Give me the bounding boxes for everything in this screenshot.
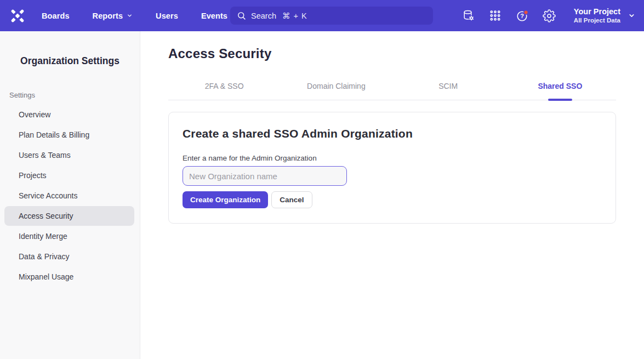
nav-reports[interactable]: Reports <box>93 12 133 20</box>
create-organization-button[interactable]: Create Organization <box>183 191 268 208</box>
search-shortcut-hint: ⌘ + K <box>282 12 307 20</box>
tab-label: 2FA & SSO <box>205 82 244 90</box>
sidebar-item-data-privacy[interactable]: Data & Privacy <box>4 247 134 266</box>
sidebar-item-service-accounts[interactable]: Service Accounts <box>4 186 134 206</box>
project-scope: All Project Data <box>574 16 620 24</box>
sidebar-item-label: Identity Merge <box>19 232 67 241</box>
sidebar-item-label: Overview <box>19 110 50 119</box>
tab-shared-sso[interactable]: Shared SSO <box>504 76 616 100</box>
data-management-icon[interactable] <box>462 9 475 22</box>
project-switcher[interactable]: Your Project All Project Data <box>574 7 635 25</box>
nav-reports-label: Reports <box>93 12 123 20</box>
notification-badge <box>524 10 528 14</box>
sidebar-item-label: Projects <box>19 171 47 180</box>
main-content: Access Security 2FA & SSO Domain Claimin… <box>140 31 644 359</box>
search-icon <box>237 11 246 20</box>
mixpanel-logo[interactable] <box>0 7 35 25</box>
nav-boards-label: Boards <box>42 12 70 20</box>
active-tab-indicator <box>548 99 572 101</box>
nav-boards[interactable]: Boards <box>42 12 70 20</box>
apps-grid-icon[interactable] <box>489 9 502 22</box>
tab-domain-claiming[interactable]: Domain Claiming <box>280 76 392 100</box>
nav-users[interactable]: Users <box>156 12 178 20</box>
nav-events-label: Events <box>201 12 227 20</box>
card-actions: Create Organization Cancel <box>183 191 600 208</box>
tab-label: SCIM <box>438 82 458 90</box>
settings-gear-icon[interactable] <box>543 9 556 22</box>
top-navigation-bar: Boards Reports Users Events Search ⌘ + K <box>0 0 644 31</box>
create-shared-sso-card: Create a shared SSO Admin Organization E… <box>168 112 616 224</box>
page-title: Access Security <box>168 46 616 61</box>
tab-label: Domain Claiming <box>307 82 366 90</box>
primary-nav: Boards Reports Users Events <box>42 12 227 20</box>
project-name: Your Project <box>574 7 620 16</box>
sidebar-item-users-teams[interactable]: Users & Teams <box>4 145 134 165</box>
sidebar-item-label: Data & Privacy <box>19 252 70 261</box>
sidebar-item-plan-details-billing[interactable]: Plan Details & Billing <box>4 125 134 145</box>
sidebar-group-label: Settings <box>9 91 140 99</box>
sidebar-item-projects[interactable]: Projects <box>4 166 134 185</box>
sidebar-title: Organization Settings <box>0 55 140 67</box>
sidebar-item-label: Users & Teams <box>19 151 71 159</box>
sidebar-item-label: Mixpanel Usage <box>19 272 73 281</box>
nav-users-label: Users <box>156 12 178 20</box>
access-security-tabs: 2FA & SSO Domain Claiming SCIM Shared SS… <box>168 76 616 100</box>
card-title: Create a shared SSO Admin Organization <box>183 127 600 140</box>
svg-text:?: ? <box>520 13 524 19</box>
topbar-right-cluster: ? Your Project All Project Data <box>462 0 635 31</box>
cancel-button[interactable]: Cancel <box>271 191 312 208</box>
sidebar-item-label: Access Security <box>19 212 73 220</box>
org-name-label: Enter a name for the Admin Organization <box>183 154 600 162</box>
search-placeholder: Search <box>251 12 276 20</box>
sidebar-item-identity-merge[interactable]: Identity Merge <box>4 226 134 246</box>
tab-scim[interactable]: SCIM <box>392 76 504 100</box>
global-search-input[interactable]: Search ⌘ + K <box>230 7 433 25</box>
sidebar-item-overview[interactable]: Overview <box>4 105 134 124</box>
sidebar-item-label: Service Accounts <box>19 191 77 200</box>
chevron-down-icon <box>127 13 133 19</box>
sidebar-item-label: Plan Details & Billing <box>19 130 89 139</box>
settings-sidebar: Organization Settings Settings Overview … <box>0 31 140 359</box>
chevron-down-icon <box>628 12 635 19</box>
sidebar-item-mixpanel-usage[interactable]: Mixpanel Usage <box>4 267 134 287</box>
sidebar-item-access-security[interactable]: Access Security <box>4 206 134 226</box>
org-name-input[interactable] <box>183 166 347 186</box>
tab-2fa-sso[interactable]: 2FA & SSO <box>168 76 280 100</box>
help-icon[interactable]: ? <box>516 9 529 22</box>
nav-events[interactable]: Events <box>201 12 227 20</box>
tab-label: Shared SSO <box>538 82 582 90</box>
